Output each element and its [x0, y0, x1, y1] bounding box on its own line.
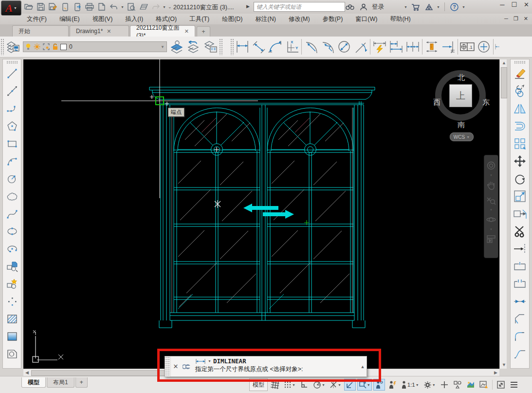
- dim-jogged-button[interactable]: [319, 37, 336, 56]
- menu-file[interactable]: 文件(F): [27, 15, 47, 23]
- scroll-right-arrow[interactable]: ▶: [494, 371, 497, 375]
- viewcube[interactable]: 上 北 西 东 南: [435, 70, 488, 123]
- tolerance-button[interactable]: .1: [459, 37, 476, 56]
- doc-restore-button[interactable]: ❐: [514, 16, 518, 22]
- close-tab-icon[interactable]: ✕: [107, 28, 111, 35]
- draw-ellipse-button[interactable]: [4, 223, 20, 240]
- dim-inspect-button[interactable]: [495, 37, 500, 56]
- tab-start[interactable]: 开始: [12, 25, 69, 37]
- dim-space-button[interactable]: [423, 37, 440, 56]
- fillet-button[interactable]: [512, 328, 528, 345]
- annotation-autoscale-button[interactable]: [386, 379, 398, 391]
- draw-polygon-button[interactable]: [4, 117, 20, 135]
- orbit-button[interactable]: [485, 213, 497, 226]
- help-button[interactable]: ?: [449, 1, 459, 12]
- blend-curves-button[interactable]: [512, 345, 528, 363]
- scroll-down-arrow[interactable]: ▼: [502, 363, 506, 367]
- customize-qat-button[interactable]: ⌄: [168, 4, 172, 9]
- rotate-button[interactable]: [512, 170, 528, 187]
- dim-break-button[interactable]: [440, 37, 457, 56]
- menu-parametric[interactable]: 参数(P): [323, 15, 343, 23]
- move-button[interactable]: [512, 152, 528, 170]
- isolate-objects-button[interactable]: [452, 379, 463, 391]
- join-button[interactable]: [512, 293, 528, 310]
- draw-arc-button[interactable]: [4, 152, 20, 170]
- plot-preview-button[interactable]: [126, 1, 137, 12]
- viewcube-top-face[interactable]: 上: [449, 84, 472, 107]
- menu-dimension[interactable]: 标注(N): [256, 15, 276, 23]
- navigation-wheel-button[interactable]: [485, 159, 497, 172]
- draw-spline-button[interactable]: [4, 205, 20, 223]
- horizontal-scroll-thumb[interactable]: [31, 370, 178, 376]
- grid-display-button[interactable]: [269, 379, 281, 391]
- redo-button[interactable]: [150, 1, 161, 12]
- menu-view[interactable]: 视图(V): [92, 15, 113, 23]
- a360-dropdown[interactable]: ▼: [437, 5, 440, 9]
- dim-linear-button[interactable]: [234, 37, 251, 56]
- dim-radius-button[interactable]: [303, 37, 319, 56]
- make-block-button[interactable]: [4, 275, 20, 293]
- draw-rectangle-button[interactable]: [4, 135, 20, 152]
- command-dropdown-icon[interactable]: ▼: [208, 359, 211, 363]
- search-button[interactable]: [345, 1, 355, 12]
- print-button[interactable]: [84, 1, 95, 12]
- graphics-performance-button[interactable]: [465, 379, 477, 391]
- account-dropdown[interactable]: ▼: [404, 5, 408, 9]
- layer-properties-button[interactable]: [4, 37, 21, 56]
- break-button[interactable]: [512, 275, 528, 293]
- viewcube-east-label[interactable]: 东: [482, 98, 490, 107]
- viewcube-west-label[interactable]: 西: [433, 98, 440, 107]
- toolbar-grip[interactable]: [230, 38, 234, 55]
- scale-button[interactable]: [512, 187, 528, 205]
- ortho-mode-button[interactable]: [298, 379, 310, 391]
- chamfer-button[interactable]: [512, 310, 528, 328]
- command-line-window[interactable]: ✕ ▼ DIMLINEAR 指定第一个尺寸界线原点或 <选择对象>: ▲: [165, 356, 367, 377]
- mirror-button[interactable]: [512, 100, 528, 117]
- array-button[interactable]: [512, 135, 528, 152]
- menu-help[interactable]: 帮助(H): [390, 15, 410, 23]
- orbit-dropdown[interactable]: ▼: [490, 228, 493, 230]
- command-close-button[interactable]: ✕: [171, 356, 181, 376]
- make-object-layer-current-button[interactable]: [169, 37, 185, 56]
- gradient-button[interactable]: [4, 328, 20, 345]
- break-at-point-button[interactable]: [512, 258, 528, 275]
- show-motion-button[interactable]: [485, 233, 497, 245]
- menu-window[interactable]: 窗口(W): [355, 15, 377, 23]
- command-text-area[interactable]: ▼ DIMLINEAR 指定第一个尺寸界线原点或 <选择对象>:: [192, 356, 359, 376]
- sheet-set-button[interactable]: [138, 1, 149, 12]
- app-store-button[interactable]: [410, 1, 421, 12]
- tab-drawing1[interactable]: Drawing1* ✕: [70, 25, 129, 37]
- redo-dropdown[interactable]: ▼: [163, 5, 166, 9]
- command-history-button[interactable]: ▲: [359, 356, 367, 376]
- zoom-button[interactable]: [485, 194, 497, 206]
- sign-in-button[interactable]: [358, 1, 369, 12]
- maximize-button[interactable]: ☐: [511, 1, 517, 8]
- undo-dropdown[interactable]: ▼: [121, 5, 125, 9]
- vertical-scrollbar[interactable]: ▲ ▼: [499, 59, 507, 369]
- draw-polyline-button[interactable]: [4, 100, 20, 117]
- customization-button[interactable]: [508, 379, 520, 391]
- draw-construction-line-button[interactable]: [4, 82, 20, 100]
- layer-previous-button[interactable]: [185, 37, 202, 56]
- minimize-button[interactable]: ─: [500, 1, 504, 8]
- zoom-dropdown[interactable]: ▼: [490, 209, 493, 211]
- scroll-left-arrow[interactable]: ◀: [25, 371, 29, 375]
- close-tab-icon[interactable]: ✕: [184, 28, 189, 35]
- dim-aligned-button[interactable]: [251, 37, 267, 56]
- open-button[interactable]: [23, 1, 34, 12]
- menu-edit[interactable]: 编辑(E): [59, 15, 80, 23]
- layer-states-button[interactable]: [202, 37, 219, 56]
- doc-close-button[interactable]: ✕: [524, 16, 528, 22]
- menu-format[interactable]: 格式(O): [156, 15, 177, 23]
- copy-button[interactable]: [512, 82, 528, 100]
- menu-draw[interactable]: 绘图(D): [222, 15, 242, 23]
- dim-arc-length-button[interactable]: [267, 37, 284, 56]
- toolbar-grip[interactable]: [514, 61, 526, 64]
- layer-select[interactable]: 0 ▼: [23, 41, 167, 52]
- drawing-canvas[interactable]: 端点 上 北 西 东 南 WCS ▼ ▼ ▼ ▼: [23, 59, 499, 369]
- help-dropdown[interactable]: ▼: [462, 5, 466, 9]
- draw-revision-cloud-button[interactable]: [4, 187, 20, 205]
- a360-button[interactable]: [423, 1, 434, 12]
- toolbar-grip[interactable]: [6, 61, 18, 64]
- new-layout-tab[interactable]: +: [75, 377, 88, 388]
